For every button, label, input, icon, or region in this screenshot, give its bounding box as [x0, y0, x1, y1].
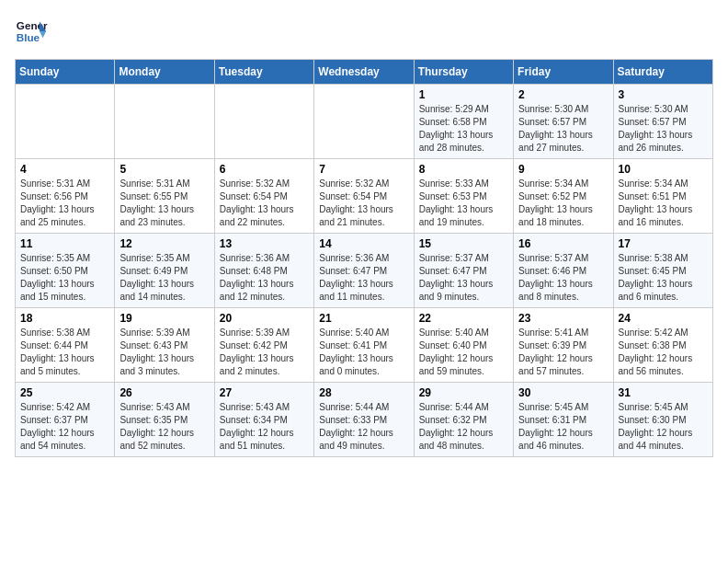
week-row-1: 1Sunrise: 5:29 AM Sunset: 6:58 PM Daylig… — [16, 85, 713, 159]
day-cell: 18Sunrise: 5:38 AM Sunset: 6:44 PM Dayli… — [16, 308, 115, 383]
day-cell: 27Sunrise: 5:43 AM Sunset: 6:34 PM Dayli… — [214, 383, 313, 457]
day-info: Sunrise: 5:44 AM Sunset: 6:32 PM Dayligh… — [419, 401, 508, 453]
day-number: 23 — [518, 312, 608, 325]
day-number: 31 — [619, 386, 708, 399]
day-info: Sunrise: 5:31 AM Sunset: 6:56 PM Dayligh… — [20, 178, 109, 229]
weekday-header-monday: Monday — [115, 60, 214, 85]
day-info: Sunrise: 5:39 AM Sunset: 6:43 PM Dayligh… — [119, 327, 209, 378]
weekday-header-wednesday: Wednesday — [314, 60, 414, 85]
day-info: Sunrise: 5:35 AM Sunset: 6:49 PM Dayligh… — [119, 252, 209, 304]
day-cell: 23Sunrise: 5:41 AM Sunset: 6:39 PM Dayli… — [514, 308, 613, 383]
day-info: Sunrise: 5:45 AM Sunset: 6:30 PM Dayligh… — [619, 401, 708, 453]
day-info: Sunrise: 5:38 AM Sunset: 6:45 PM Dayligh… — [619, 252, 708, 304]
day-cell: 22Sunrise: 5:40 AM Sunset: 6:40 PM Dayli… — [414, 308, 513, 383]
day-cell: 9Sunrise: 5:34 AM Sunset: 6:52 PM Daylig… — [514, 159, 613, 234]
day-cell: 4Sunrise: 5:31 AM Sunset: 6:56 PM Daylig… — [16, 159, 115, 234]
day-info: Sunrise: 5:34 AM Sunset: 6:52 PM Dayligh… — [518, 178, 608, 229]
week-row-4: 18Sunrise: 5:38 AM Sunset: 6:44 PM Dayli… — [16, 308, 713, 383]
logo: General Blue — [15, 15, 48, 48]
day-number: 6 — [220, 163, 309, 176]
day-cell: 12Sunrise: 5:35 AM Sunset: 6:49 PM Dayli… — [115, 234, 214, 308]
day-info: Sunrise: 5:36 AM Sunset: 6:48 PM Dayligh… — [220, 252, 309, 304]
day-cell: 21Sunrise: 5:40 AM Sunset: 6:41 PM Dayli… — [314, 308, 414, 383]
day-cell: 16Sunrise: 5:37 AM Sunset: 6:46 PM Dayli… — [514, 234, 613, 308]
day-info: Sunrise: 5:32 AM Sunset: 6:54 PM Dayligh… — [220, 178, 309, 229]
day-number: 17 — [619, 237, 708, 250]
day-number: 30 — [518, 386, 608, 399]
day-number: 22 — [419, 312, 508, 325]
calendar-body: 1Sunrise: 5:29 AM Sunset: 6:58 PM Daylig… — [16, 85, 713, 457]
day-number: 20 — [220, 312, 309, 325]
day-cell: 14Sunrise: 5:36 AM Sunset: 6:47 PM Dayli… — [314, 234, 414, 308]
day-cell: 11Sunrise: 5:35 AM Sunset: 6:50 PM Dayli… — [16, 234, 115, 308]
day-cell: 13Sunrise: 5:36 AM Sunset: 6:48 PM Dayli… — [214, 234, 313, 308]
day-cell: 20Sunrise: 5:39 AM Sunset: 6:42 PM Dayli… — [214, 308, 313, 383]
day-info: Sunrise: 5:33 AM Sunset: 6:53 PM Dayligh… — [419, 178, 508, 229]
day-number: 8 — [419, 163, 508, 176]
svg-marker-3 — [40, 31, 46, 38]
page-header: General Blue — [15, 15, 713, 48]
day-info: Sunrise: 5:32 AM Sunset: 6:54 PM Dayligh… — [319, 178, 408, 229]
day-number: 7 — [319, 163, 408, 176]
weekday-header-sunday: Sunday — [16, 60, 115, 85]
day-number: 25 — [20, 386, 109, 399]
day-number: 12 — [119, 237, 209, 250]
day-number: 16 — [518, 237, 608, 250]
day-number: 5 — [119, 163, 209, 176]
logo-icon: General Blue — [15, 15, 48, 48]
day-cell: 17Sunrise: 5:38 AM Sunset: 6:45 PM Dayli… — [613, 234, 712, 308]
weekday-header-saturday: Saturday — [613, 60, 712, 85]
day-info: Sunrise: 5:36 AM Sunset: 6:47 PM Dayligh… — [319, 252, 408, 304]
calendar-header: SundayMondayTuesdayWednesdayThursdayFrid… — [16, 60, 713, 85]
day-info: Sunrise: 5:43 AM Sunset: 6:34 PM Dayligh… — [220, 401, 309, 453]
day-info: Sunrise: 5:38 AM Sunset: 6:44 PM Dayligh… — [20, 327, 109, 378]
day-cell: 10Sunrise: 5:34 AM Sunset: 6:51 PM Dayli… — [613, 159, 712, 234]
day-info: Sunrise: 5:29 AM Sunset: 6:58 PM Dayligh… — [419, 103, 508, 155]
day-cell — [115, 85, 214, 159]
day-number: 11 — [20, 237, 109, 250]
day-info: Sunrise: 5:30 AM Sunset: 6:57 PM Dayligh… — [518, 103, 608, 155]
day-number: 21 — [319, 312, 408, 325]
week-row-2: 4Sunrise: 5:31 AM Sunset: 6:56 PM Daylig… — [16, 159, 713, 234]
day-number: 27 — [220, 386, 309, 399]
day-number: 3 — [619, 88, 708, 101]
day-number: 28 — [319, 386, 408, 399]
calendar-table: SundayMondayTuesdayWednesdayThursdayFrid… — [15, 59, 713, 457]
day-info: Sunrise: 5:44 AM Sunset: 6:33 PM Dayligh… — [319, 401, 408, 453]
day-cell: 3Sunrise: 5:30 AM Sunset: 6:57 PM Daylig… — [613, 85, 712, 159]
day-cell: 15Sunrise: 5:37 AM Sunset: 6:47 PM Dayli… — [414, 234, 513, 308]
day-cell: 26Sunrise: 5:43 AM Sunset: 6:35 PM Dayli… — [115, 383, 214, 457]
day-cell: 6Sunrise: 5:32 AM Sunset: 6:54 PM Daylig… — [214, 159, 313, 234]
day-number: 2 — [518, 88, 608, 101]
day-cell: 8Sunrise: 5:33 AM Sunset: 6:53 PM Daylig… — [414, 159, 513, 234]
week-row-3: 11Sunrise: 5:35 AM Sunset: 6:50 PM Dayli… — [16, 234, 713, 308]
day-info: Sunrise: 5:42 AM Sunset: 6:37 PM Dayligh… — [20, 401, 109, 453]
day-number: 29 — [419, 386, 508, 399]
week-row-5: 25Sunrise: 5:42 AM Sunset: 6:37 PM Dayli… — [16, 383, 713, 457]
day-cell — [314, 85, 414, 159]
svg-text:Blue: Blue — [17, 31, 40, 43]
day-info: Sunrise: 5:45 AM Sunset: 6:31 PM Dayligh… — [518, 401, 608, 453]
weekday-header-thursday: Thursday — [414, 60, 513, 85]
day-cell: 28Sunrise: 5:44 AM Sunset: 6:33 PM Dayli… — [314, 383, 414, 457]
day-number: 14 — [319, 237, 408, 250]
day-info: Sunrise: 5:31 AM Sunset: 6:55 PM Dayligh… — [119, 178, 209, 229]
day-number: 4 — [20, 163, 109, 176]
day-info: Sunrise: 5:42 AM Sunset: 6:38 PM Dayligh… — [619, 327, 708, 378]
day-number: 9 — [518, 163, 608, 176]
weekday-row: SundayMondayTuesdayWednesdayThursdayFrid… — [16, 60, 713, 85]
day-number: 15 — [419, 237, 508, 250]
day-info: Sunrise: 5:41 AM Sunset: 6:39 PM Dayligh… — [518, 327, 608, 378]
day-number: 13 — [220, 237, 309, 250]
day-cell: 30Sunrise: 5:45 AM Sunset: 6:31 PM Dayli… — [514, 383, 613, 457]
day-cell — [214, 85, 313, 159]
weekday-header-friday: Friday — [514, 60, 613, 85]
day-info: Sunrise: 5:35 AM Sunset: 6:50 PM Dayligh… — [20, 252, 109, 304]
day-cell: 25Sunrise: 5:42 AM Sunset: 6:37 PM Dayli… — [16, 383, 115, 457]
day-cell: 19Sunrise: 5:39 AM Sunset: 6:43 PM Dayli… — [115, 308, 214, 383]
day-cell: 29Sunrise: 5:44 AM Sunset: 6:32 PM Dayli… — [414, 383, 513, 457]
day-number: 19 — [119, 312, 209, 325]
day-info: Sunrise: 5:40 AM Sunset: 6:40 PM Dayligh… — [419, 327, 508, 378]
day-cell — [16, 85, 115, 159]
day-number: 26 — [119, 386, 209, 399]
